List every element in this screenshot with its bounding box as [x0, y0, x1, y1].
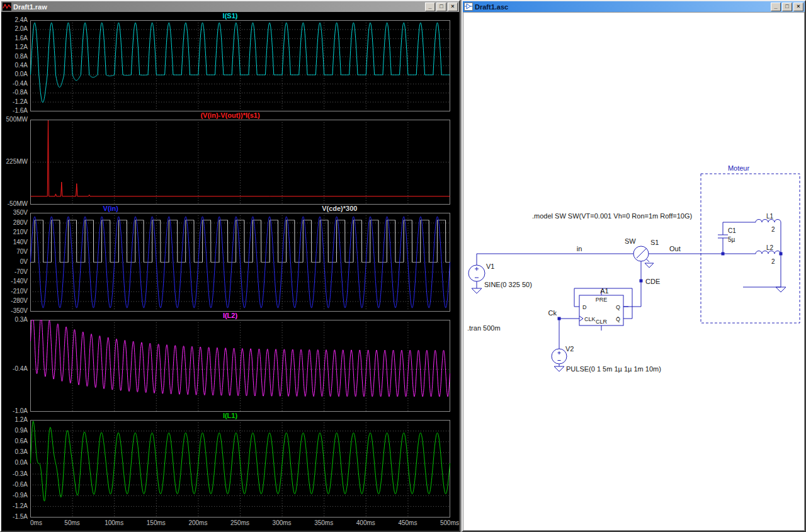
- junction-nodes: [558, 252, 783, 320]
- net-label-in[interactable]: in: [577, 245, 582, 252]
- y-axis-tick-label: 350V: [1, 210, 28, 216]
- ground-icon: [776, 287, 786, 292]
- maximize-button[interactable]: □: [436, 3, 446, 11]
- minimize-button[interactable]: _: [425, 3, 435, 11]
- ground-icon: [645, 263, 654, 268]
- s1-switch[interactable]: [623, 246, 654, 307]
- x-axis-tick-label: 500ms: [440, 519, 459, 526]
- x-axis-tick-label: 100ms: [105, 519, 123, 526]
- wire-main[interactable]: [477, 254, 756, 265]
- schematic-canvas[interactable]: .model SW SW(VT=0.001 Vh=0 Ron=1m Roff=1…: [463, 13, 805, 531]
- v1-value[interactable]: SINE(0 325 50): [484, 281, 532, 288]
- x-axis-tick-label: 450ms: [398, 519, 417, 526]
- y-axis-tick-label: 0.9A: [1, 427, 28, 434]
- wire-motor-right: [743, 222, 781, 287]
- trace-label[interactable]: V(in): [103, 205, 118, 213]
- asc-window-controls: _ □ ×: [771, 3, 803, 11]
- c1-value[interactable]: 5µ: [728, 236, 735, 243]
- l1-name[interactable]: L1: [766, 213, 774, 220]
- y-axis-tick-label: -0.9A: [1, 492, 28, 499]
- x-axis-tick-label: 0ms: [30, 519, 42, 526]
- schematic-editor-area[interactable]: .model SW SW(VT=0.001 Vh=0 Ron=1m Roff=1…: [463, 12, 805, 531]
- waveform-canvas-pane-1[interactable]: [30, 20, 450, 111]
- pane-title-row: I(L1): [1, 412, 459, 420]
- y-axis-tick-label: 0.3A: [1, 449, 28, 455]
- v2-name[interactable]: V2: [565, 345, 574, 353]
- s1-name[interactable]: S1: [650, 239, 659, 246]
- y-axis-tick-label: -140V: [1, 278, 28, 285]
- v1-voltage-source[interactable]: [468, 265, 485, 293]
- pane-title-row: I(S1): [1, 12, 459, 20]
- y-axis-tick-label: 1.2A: [1, 417, 28, 423]
- moteur-boundary: [701, 174, 800, 323]
- y-axis-tick-label: -0.4A: [1, 366, 28, 372]
- tran-directive[interactable]: .tran 500m: [467, 324, 501, 332]
- l2-name[interactable]: L2: [766, 244, 774, 251]
- l1-value[interactable]: 2: [771, 226, 775, 233]
- maximize-button[interactable]: □: [782, 3, 792, 11]
- asc-window-titlebar[interactable]: Draft1.asc _ □ ×: [463, 1, 805, 12]
- y-axis-tick-label: 140V: [1, 239, 28, 246]
- net-label-out[interactable]: Out: [669, 245, 681, 252]
- raw-window-controls: _ □ ×: [425, 3, 458, 11]
- raw-window-titlebar[interactable]: Draft1.raw _ □ ×: [1, 1, 459, 12]
- trace-label[interactable]: I(L1): [223, 412, 237, 420]
- v2-value[interactable]: PULSE(0 1 5m 1µ 1µ 1m 10m): [566, 365, 661, 373]
- waveform-canvas-pane-3[interactable]: [30, 213, 450, 312]
- waveform-canvas-pane-5[interactable]: [30, 420, 450, 518]
- waveform-plot-area[interactable]: I(S1)2.4A2.0A1.6A1.2A0.8A0.4A0.0A-0.4A-0…: [1, 12, 459, 531]
- y-axis-tick-label: 0.3A: [1, 317, 28, 323]
- ground-icon: [554, 366, 564, 371]
- wire-ck: [559, 319, 574, 349]
- moteur-label[interactable]: Moteur: [728, 164, 750, 172]
- x-axis-tick-label: 300ms: [273, 519, 292, 526]
- trace-label[interactable]: I(L2): [223, 312, 237, 320]
- y-axis-tick-label: -0.8A: [1, 89, 28, 96]
- a1-pin-pre: PRE: [596, 297, 608, 303]
- v1-name[interactable]: V1: [486, 263, 494, 270]
- y-axis-tick-label: 210V: [1, 229, 28, 235]
- x-axis-tick-label: 400ms: [356, 519, 375, 526]
- y-axis-tick-label: 225MW: [1, 159, 28, 165]
- waveform-icon: [3, 3, 11, 11]
- net-label-ck[interactable]: Ck: [548, 309, 557, 317]
- y-axis-tick-label: -0.3A: [1, 471, 28, 477]
- x-axis-tick-label: 150ms: [147, 519, 166, 526]
- y-axis-tick-label: 70V: [1, 249, 28, 255]
- wave-pane-1: I(S1)2.4A2.0A1.6A1.2A0.8A0.4A0.0A-0.4A-0…: [1, 12, 459, 111]
- a1-name[interactable]: A1: [600, 287, 608, 295]
- close-button[interactable]: ×: [793, 3, 803, 11]
- l1-inductor: [756, 220, 781, 223]
- minimize-button[interactable]: _: [771, 3, 781, 11]
- a1-pin-clr: CLR: [596, 319, 608, 325]
- a1-pin-qbar: Q̄: [616, 316, 620, 322]
- pane-title-row: (V(in)-V(out))*I(s1): [1, 111, 459, 120]
- close-button[interactable]: ×: [448, 3, 458, 11]
- s1-model-label[interactable]: SW: [625, 237, 636, 245]
- trace-label[interactable]: I(S1): [223, 12, 238, 20]
- y-axis-tick-label: -1.2A: [1, 503, 28, 509]
- a1-pin-d: D: [582, 304, 587, 310]
- waveform-canvas-pane-2[interactable]: [30, 120, 450, 205]
- net-label-cde[interactable]: CDE: [645, 278, 660, 285]
- model-directive[interactable]: .model SW SW(VT=0.001 Vh=0 Ron=1m Roff=1…: [532, 212, 692, 220]
- y-axis-tick-label: 280V: [1, 220, 28, 226]
- trace-label[interactable]: (V(in)-V(out))*I(s1): [200, 111, 259, 120]
- moteur-network[interactable]: [701, 174, 800, 323]
- y-axis-tick-label: -1.2A: [1, 99, 28, 105]
- l2-inductor: [756, 251, 781, 254]
- raw-window-title: Draft1.raw: [13, 3, 423, 11]
- c1-capacitor: [718, 222, 756, 254]
- trace-label[interactable]: V(cde)*300: [322, 205, 357, 213]
- waveform-window: Draft1.raw _ □ × I(S1)2.4A2.0A1.6A1.2A0.…: [0, 0, 460, 532]
- x-axis-tick-label: 350ms: [314, 519, 333, 526]
- l2-value[interactable]: 2: [771, 258, 775, 265]
- x-axis-tick-label: 200ms: [188, 519, 207, 526]
- y-axis-tick-label: 0.0A: [1, 71, 28, 77]
- waveform-canvas-pane-4[interactable]: [30, 320, 450, 412]
- y-axis-tick-label: -70V: [1, 269, 28, 275]
- c1-name[interactable]: C1: [728, 227, 736, 234]
- a1-pin-clk: CLK: [584, 316, 596, 322]
- x-axis-tick-label: 50ms: [64, 519, 79, 526]
- ground-icon: [472, 288, 482, 293]
